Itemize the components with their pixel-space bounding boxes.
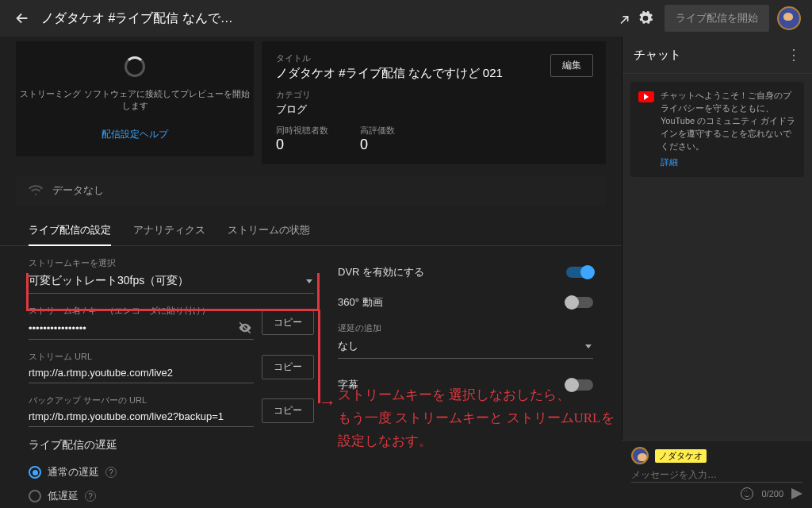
chevron-down-icon: [306, 279, 312, 283]
delay-label: 遅延の追加: [338, 322, 593, 334]
latency-normal[interactable]: 通常の遅延 ?: [29, 460, 314, 484]
stream-help-link[interactable]: 配信設定ヘルプ: [102, 128, 168, 141]
help-icon[interactable]: ?: [85, 491, 96, 502]
preview-panel: ストリーミング ソフトウェアに接続してプレビューを開始します 配信設定ヘルプ: [16, 41, 254, 156]
help-icon[interactable]: ?: [105, 467, 117, 478]
emoji-icon[interactable]: [741, 487, 753, 500]
edit-button[interactable]: 編集: [550, 54, 593, 77]
chat-header: チャット: [634, 48, 787, 63]
chat-message-input[interactable]: [631, 469, 802, 480]
youtube-icon: [638, 91, 654, 102]
gear-icon[interactable]: [634, 7, 657, 29]
avatar[interactable]: [777, 6, 801, 30]
chat-menu-icon[interactable]: ⋮: [787, 46, 801, 64]
chat-input-panel: ノダタケオ 0/200: [622, 440, 812, 508]
page-title: ノダタケオ #ライブ配信 なんで…: [41, 10, 233, 27]
key-name-label: ストリーム名 / キー（エンコーダに貼り付け）: [29, 305, 254, 317]
info-panel: 編集 タイトル ノダタケオ #ライブ配信 なんですけど 021 カテゴリ ブログ…: [262, 41, 606, 164]
radio-icon: [29, 466, 41, 479]
viewers-label: 同時視聴者数: [276, 125, 328, 137]
likes-value: 0: [360, 137, 395, 153]
backup-label: バックアップ サーバーの URL: [29, 394, 254, 406]
dvr-label: DVR を有効にする: [338, 265, 424, 279]
connection-status: データなし: [16, 175, 606, 206]
backup-url-input[interactable]: [29, 410, 252, 422]
back-button[interactable]: [11, 7, 33, 29]
likes-label: 高評価数: [360, 125, 395, 137]
latency-low[interactable]: 低遅延 ?: [29, 484, 314, 508]
chat-more-link[interactable]: 詳細: [661, 156, 796, 169]
share-icon[interactable]: [612, 7, 634, 29]
stream-key-input[interactable]: [29, 322, 238, 334]
tab-analytics[interactable]: アナリティクス: [133, 215, 205, 245]
captions-label: 字幕: [338, 378, 358, 392]
key-select-label: ストリームキーを選択: [29, 257, 314, 269]
stream-url-input[interactable]: [29, 367, 252, 379]
copy-key-button[interactable]: コピー: [262, 310, 314, 335]
captions-toggle[interactable]: [566, 379, 593, 391]
chat-system-message: チャットへようこそ！ご自身のプライバシーを守るとともに、YouTube のコミュ…: [630, 82, 804, 177]
delay-select[interactable]: なし: [338, 336, 593, 359]
url-label: ストリーム URL: [29, 351, 254, 363]
v360-toggle[interactable]: [566, 297, 593, 308]
copy-backup-button[interactable]: コピー: [262, 398, 314, 423]
tab-health[interactable]: ストリームの状態: [228, 215, 310, 245]
title-value: ノダタケオ #ライブ配信 なんですけど 021: [276, 66, 592, 81]
category-label: カテゴリ: [276, 89, 592, 101]
spinner-icon: [124, 56, 145, 77]
viewers-value: 0: [276, 137, 328, 153]
tab-settings[interactable]: ライブ配信の設定: [29, 215, 111, 245]
chat-username: ノダタケオ: [655, 449, 707, 463]
key-select-value: 可変ビットレート30fps（可変）: [29, 274, 189, 288]
category-value: ブログ: [276, 102, 592, 117]
title-label: タイトル: [276, 52, 592, 64]
visibility-icon[interactable]: [238, 321, 252, 335]
status-text: データなし: [52, 183, 104, 198]
preview-message: ストリーミング ソフトウェアに接続してプレビューを開始します: [16, 88, 254, 112]
latency-section: ライブ配信の遅延: [29, 438, 314, 452]
chat-avatar: [631, 447, 649, 464]
dvr-toggle[interactable]: [566, 267, 593, 278]
v360-label: 360° 動画: [338, 295, 383, 310]
chevron-down-icon: [585, 344, 592, 348]
radio-icon: [29, 490, 41, 502]
send-icon[interactable]: [791, 488, 802, 499]
char-counter: 0/200: [761, 489, 783, 498]
stream-key-select[interactable]: 可変ビットレート30fps（可変）: [29, 271, 314, 294]
start-stream-button: ライブ配信を開始: [665, 5, 769, 32]
copy-url-button[interactable]: コピー: [262, 355, 314, 379]
